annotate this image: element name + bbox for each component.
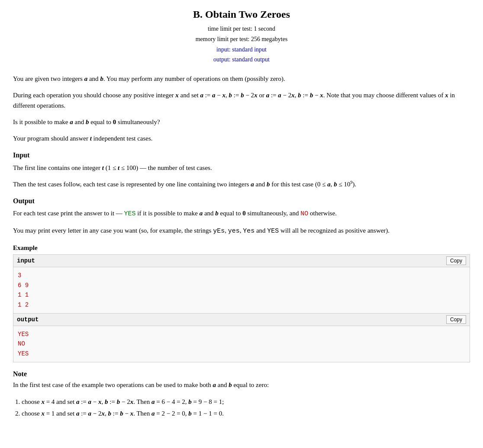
input-line-3: 1 1 [18,290,465,300]
input-body-1: The first line contains one integer t (1… [13,163,470,173]
example-section: Example input Copy 3 6 9 1 1 1 2 output … [13,244,470,362]
note-item-2: choose x = 1 and set a := a − 2x, b := b… [22,408,470,419]
copy-input-button[interactable]: Copy [446,256,466,265]
time-limit: time limit per test: 1 second [13,24,470,34]
input-box-header: input Copy [13,255,470,267]
page-title: B. Obtain Two Zeroes [13,9,470,20]
note-item-1: choose x = 4 and set a := a − x, b := b … [22,396,470,408]
output-line-1: YES [18,330,465,339]
operation-paragraph: During each operation you should choose … [13,90,470,111]
output-box: output Copy YES NO YES [13,314,470,362]
note-list: choose x = 4 and set a := a − x, b := b … [22,396,470,419]
output-type: output: standard output [13,54,470,65]
output-heading: Output [13,195,470,207]
note-section: Note In the first test case of the examp… [13,370,470,419]
output-box-header: output Copy [13,314,470,326]
output-box-label: output [17,316,39,323]
output-line-3: YES [18,349,465,358]
input-heading: Input [13,150,470,161]
output-body-1: For each test case print the answer to i… [13,208,470,219]
output-section: Output For each test case print the answ… [13,195,470,220]
note-heading: Note [13,370,470,378]
t-statement-paragraph: Your program should answer t independent… [13,133,470,144]
input-box-label: input [17,257,35,264]
meta-info: time limit per test: 1 second memory lim… [13,24,470,65]
input-section: Input The first line contains one intege… [13,150,470,173]
input-line-1: 3 [18,271,465,280]
intro-paragraph: You are given two integers a and b. You … [13,74,470,84]
memory-limit: memory limit per test: 256 megabytes [13,34,470,45]
input-line-2: 6 9 [18,281,465,290]
output-box-content: YES NO YES [13,326,470,362]
input-line-4: 1 2 [18,300,465,310]
output-line-2: NO [18,339,465,349]
input-body-2-paragraph: Then the test cases follow, each test ca… [13,179,470,189]
note-intro: In the first test case of the example tw… [13,380,470,390]
example-label: Example [13,244,470,252]
input-type: input: standard input [13,45,470,55]
input-box: input Copy 3 6 9 1 1 1 2 [13,254,470,314]
output-body-2-paragraph: You may print every letter in any case y… [13,225,470,237]
question-paragraph: Is it possible to make a and b equal to … [13,117,470,127]
input-box-content: 3 6 9 1 1 1 2 [13,267,470,313]
copy-output-button[interactable]: Copy [446,315,466,324]
